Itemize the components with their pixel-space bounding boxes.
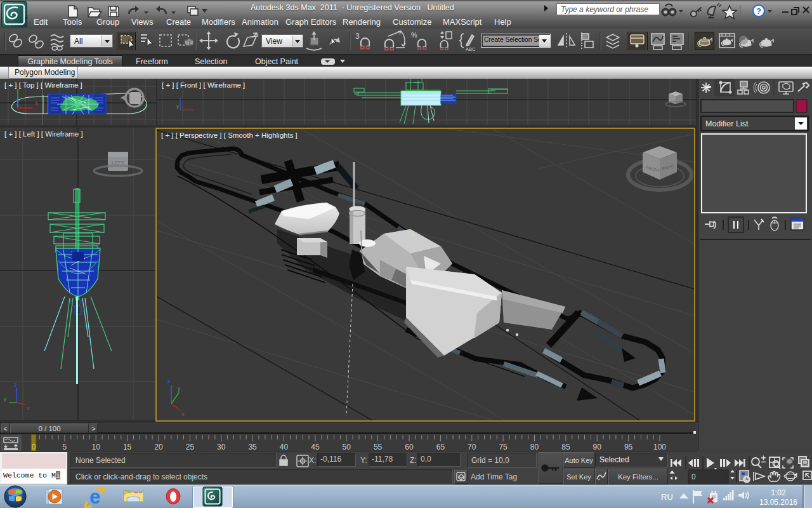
svg-text:0: 0 <box>691 472 696 481</box>
svg-text:75: 75 <box>499 443 508 451</box>
svg-text:20: 20 <box>154 443 163 451</box>
svg-text:y: y <box>4 396 7 402</box>
svg-text:85: 85 <box>561 443 570 451</box>
svg-text:y: y <box>178 385 181 392</box>
svg-text:z: z <box>167 378 171 384</box>
svg-text:%: % <box>411 31 417 39</box>
svg-text:Modifier List: Modifier List <box>705 119 749 128</box>
svg-text:35: 35 <box>248 443 257 451</box>
svg-text:45: 45 <box>311 443 320 451</box>
svg-text:65: 65 <box>436 443 445 451</box>
svg-text:55: 55 <box>374 443 383 451</box>
svg-text:60: 60 <box>405 443 414 451</box>
svg-text:Z: Z <box>16 100 20 107</box>
svg-text:40: 40 <box>280 443 289 451</box>
svg-text:13.05.2016: 13.05.2016 <box>759 498 797 507</box>
svg-text:x: x <box>27 405 30 411</box>
svg-text:ABC: ABC <box>466 46 476 52</box>
svg-text:15: 15 <box>123 443 132 451</box>
svg-text:10: 10 <box>92 443 101 451</box>
svg-text:90: 90 <box>593 443 602 451</box>
svg-text:x: x <box>35 100 38 107</box>
svg-text:?: ? <box>756 6 761 16</box>
svg-text:25: 25 <box>186 443 195 451</box>
svg-text:RU: RU <box>661 492 673 502</box>
svg-text:y: y <box>176 104 179 109</box>
svg-text:100: 100 <box>653 443 666 451</box>
svg-text:3: 3 <box>355 32 360 41</box>
svg-text:50: 50 <box>343 443 351 451</box>
svg-text:z: z <box>14 382 17 388</box>
svg-text:x: x <box>181 411 185 417</box>
svg-text:30: 30 <box>217 443 226 451</box>
svg-text:95: 95 <box>624 443 633 451</box>
svg-text:70: 70 <box>468 443 476 451</box>
svg-text:e: e <box>89 486 100 508</box>
svg-text:5: 5 <box>63 443 67 451</box>
svg-text:80: 80 <box>530 443 539 451</box>
svg-text:0: 0 <box>32 443 36 451</box>
svg-text:1:02: 1:02 <box>771 488 786 497</box>
